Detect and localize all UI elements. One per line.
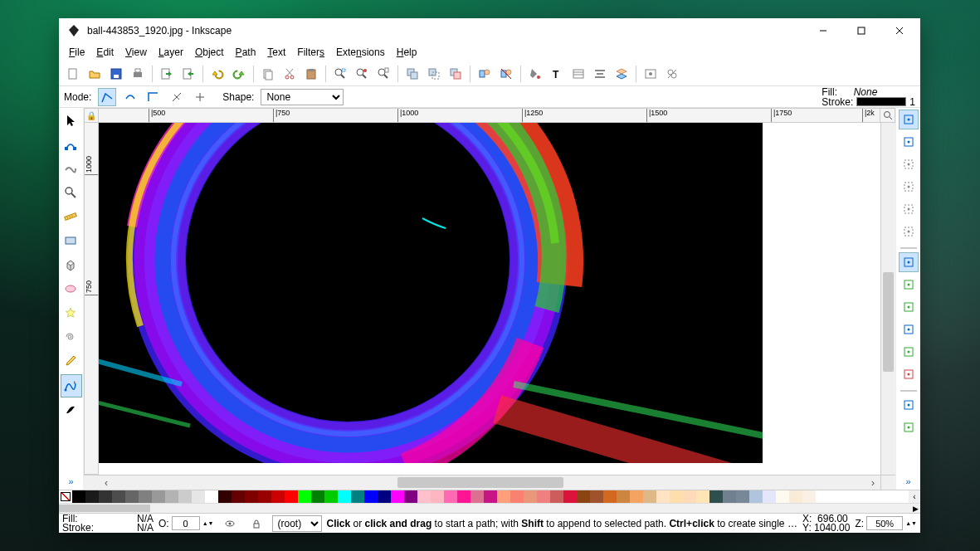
palette-swatch[interactable] — [205, 490, 218, 503]
menu-filters[interactable]: Filters — [292, 45, 329, 60]
fill-stroke-indicator[interactable]: Fill:None Stroke:1 — [822, 87, 915, 107]
toolbox-overflow-icon[interactable]: » — [68, 476, 73, 486]
ruler-horizontal[interactable]: |500|750|1000|1250|1500|1750|2k — [99, 108, 880, 123]
palette-swatch[interactable] — [192, 490, 205, 503]
layer-visibility-icon[interactable] — [220, 514, 240, 534]
palette-swatch[interactable] — [378, 490, 391, 503]
zoom-tool[interactable] — [61, 182, 82, 205]
snap-line-midpoint-icon[interactable] — [899, 364, 919, 384]
palette-swatch[interactable] — [497, 490, 510, 503]
palette-swatch[interactable] — [125, 490, 139, 503]
scroll-left-icon[interactable]: ‹ — [99, 475, 114, 490]
clone-icon[interactable] — [424, 64, 444, 84]
menu-layer[interactable]: Layer — [154, 45, 188, 60]
opacity-input[interactable] — [172, 516, 200, 530]
xml-icon[interactable] — [568, 64, 588, 84]
palette-swatch[interactable] — [643, 490, 656, 503]
palette-swatch[interactable] — [670, 490, 683, 503]
palette-swatch[interactable] — [391, 490, 404, 503]
palette-swatch[interactable] — [245, 490, 258, 503]
new-icon[interactable] — [63, 64, 83, 84]
spiral-tool[interactable] — [61, 326, 82, 349]
opacity-field[interactable]: O:▲▼ — [158, 516, 214, 530]
palette-swatch[interactable] — [763, 490, 776, 503]
palette-swatch[interactable] — [776, 490, 789, 503]
palette-swatch[interactable] — [510, 490, 524, 503]
snap-cusp-icon[interactable] — [899, 319, 919, 339]
palette-swatch[interactable] — [749, 490, 763, 503]
titlebar[interactable]: ball-443853_1920.jpg - Inkscape — [59, 18, 920, 43]
palette-scrollbar[interactable]: ▶ — [59, 503, 920, 513]
menu-extensions[interactable]: Extensions — [331, 45, 390, 60]
scrollbar-thumb[interactable] — [883, 272, 894, 372]
zoom-menu-icon[interactable] — [880, 108, 895, 123]
document-properties-icon[interactable] — [662, 64, 682, 84]
palette-swatch[interactable] — [470, 490, 484, 503]
palette-swatch[interactable] — [630, 490, 643, 503]
palette-swatch[interactable] — [789, 490, 802, 503]
palette-swatch[interactable] — [165, 490, 178, 503]
zoom-input[interactable] — [866, 516, 903, 530]
group-icon[interactable] — [475, 64, 495, 84]
cut-icon[interactable] — [280, 64, 300, 84]
node-tool[interactable] — [61, 134, 82, 157]
zoom-drawing-icon[interactable] — [352, 64, 372, 84]
snapbar-overflow-icon[interactable]: » — [905, 476, 910, 486]
palette-swatch[interactable] — [617, 490, 630, 503]
palette-swatch[interactable] — [72, 490, 85, 503]
menu-path[interactable]: Path — [231, 45, 261, 60]
3dbox-tool[interactable] — [61, 254, 82, 277]
align-icon[interactable] — [590, 64, 610, 84]
palette-menu-icon[interactable]: ‹ — [909, 490, 920, 503]
scrollbar-thumb[interactable] — [397, 477, 563, 488]
palette-swatch[interactable] — [285, 490, 298, 503]
palette-swatch[interactable] — [338, 490, 351, 503]
minimize-button[interactable] — [804, 18, 842, 43]
palette-swatch[interactable] — [563, 490, 577, 503]
menu-object[interactable]: Object — [190, 45, 229, 60]
palette-swatch[interactable] — [603, 490, 617, 503]
export-icon[interactable] — [178, 64, 198, 84]
star-tool[interactable] — [61, 302, 82, 325]
snap-intersection-icon[interactable] — [899, 297, 919, 317]
palette-swatch[interactable] — [364, 490, 378, 503]
snap-bbox-midpoint-icon[interactable] — [899, 199, 919, 219]
palette-swatch[interactable] — [271, 490, 285, 503]
zoom-field[interactable]: Z:▲▼ — [855, 516, 917, 530]
palette-none-swatch[interactable] — [59, 490, 72, 503]
snap-enable-icon[interactable] — [899, 110, 919, 129]
vertical-scrollbar[interactable] — [880, 123, 895, 475]
fill-stroke-icon[interactable] — [525, 64, 545, 84]
palette-swatch[interactable] — [802, 490, 816, 503]
layer-select[interactable]: (root) — [272, 515, 322, 532]
zoom-selection-icon[interactable] — [330, 64, 350, 84]
palette-swatch[interactable] — [178, 490, 192, 503]
palette-swatch[interactable] — [444, 490, 457, 503]
palette-swatch[interactable] — [85, 490, 99, 503]
text-icon[interactable]: T — [547, 64, 567, 84]
scroll-right-icon[interactable]: › — [865, 475, 880, 490]
tweak-tool[interactable] — [61, 158, 82, 181]
palette-swatch[interactable] — [99, 490, 112, 503]
palette-swatch[interactable] — [232, 490, 245, 503]
bezier-tool[interactable] — [61, 374, 82, 397]
palette-swatch[interactable] — [524, 490, 537, 503]
palette-swatch[interactable] — [112, 490, 125, 503]
palette-swatch[interactable] — [139, 490, 152, 503]
palette-swatch[interactable] — [298, 490, 311, 503]
preferences-icon[interactable] — [641, 64, 661, 84]
palette-swatch[interactable] — [696, 490, 709, 503]
menu-edit[interactable]: Edit — [91, 45, 119, 60]
print-icon[interactable] — [128, 64, 148, 84]
close-button[interactable] — [880, 18, 919, 43]
snap-rotation-center-icon[interactable] — [899, 417, 919, 437]
palette-swatch[interactable] — [590, 490, 603, 503]
snap-object-center-icon[interactable] — [899, 395, 919, 415]
palette-swatch[interactable] — [431, 490, 444, 503]
palette-swatch[interactable] — [152, 490, 165, 503]
save-icon[interactable] — [106, 64, 126, 84]
undo-icon[interactable] — [207, 64, 227, 84]
snap-node-icon[interactable] — [899, 252, 919, 272]
menu-view[interactable]: View — [120, 45, 152, 60]
palette-swatch[interactable] — [537, 490, 550, 503]
